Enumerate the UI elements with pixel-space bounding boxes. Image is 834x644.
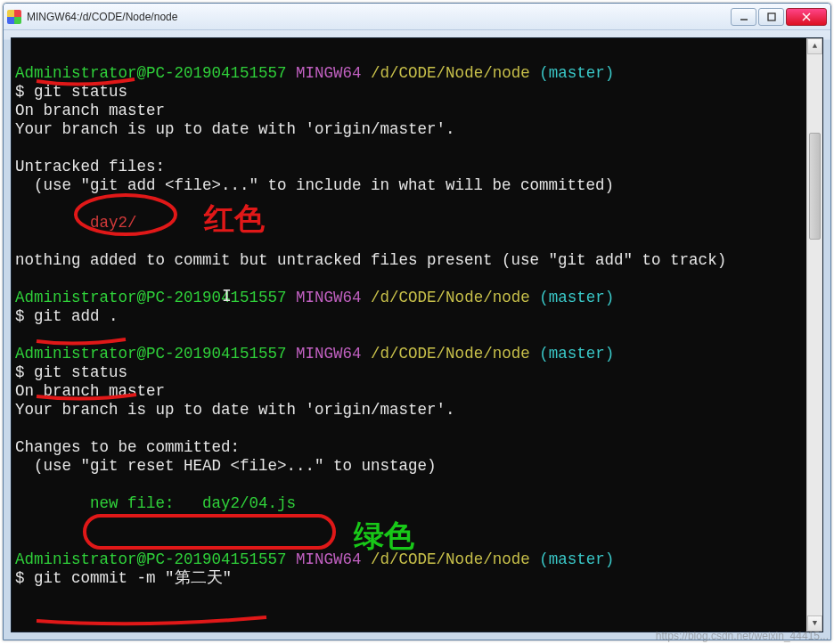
terminal-output[interactable]: Administrator@PC-201904151557 MINGW64 /d… <box>12 38 805 632</box>
prompt-path: /d/CODE/Node/node <box>371 550 530 568</box>
out-untracked-hdr: Untracked files: <box>15 158 165 175</box>
prompt-dollar: $ <box>15 307 25 325</box>
prompt-path: /d/CODE/Node/node <box>371 345 530 363</box>
cmd-git-status-2: git status <box>34 363 127 381</box>
text-cursor-icon: I <box>222 286 232 305</box>
terminal-area[interactable]: Administrator@PC-201904151557 MINGW64 /d… <box>11 37 823 632</box>
cmd-git-commit: git commit -m "第二天" <box>34 569 232 587</box>
prompt-branch: (master) <box>539 550 614 568</box>
prompt-shell: MINGW64 <box>296 289 362 306</box>
out-new-file: new file: day2/04.js <box>15 494 296 512</box>
prompt-userhost: Administrator@PC-201904151557 <box>15 64 287 82</box>
vertical-scrollbar[interactable]: ▲ ▼ <box>806 38 822 632</box>
prompt-shell: MINGW64 <box>296 64 362 82</box>
prompt-branch: (master) <box>539 345 614 363</box>
out-changes-hint: (use "git reset HEAD <file>..." to unsta… <box>15 457 437 475</box>
prompt-dollar: $ <box>15 363 25 381</box>
out-nothing: nothing added to commit but untracked fi… <box>15 251 726 269</box>
out-untracked-item: day2/ <box>15 214 137 232</box>
window-frame: MINGW64:/d/CODE/Node/node Administrator@… <box>3 3 831 640</box>
app-icon <box>7 10 21 24</box>
out-branch: On branch master <box>15 102 165 119</box>
prompt-path: /d/CODE/Node/node <box>371 64 530 82</box>
prompt-userhost: Administrator@PC-201904151557 <box>15 289 287 306</box>
svg-rect-1 <box>768 13 775 20</box>
out-branch: On branch master <box>15 382 165 400</box>
cmd-git-status-1: git status <box>34 83 127 101</box>
out-uptodate: Your branch is up to date with 'origin/m… <box>15 401 455 419</box>
cmd-git-add: git add . <box>34 307 119 325</box>
out-uptodate: Your branch is up to date with 'origin/m… <box>15 120 455 138</box>
prompt-userhost: Administrator@PC-201904151557 <box>15 345 287 363</box>
scroll-up-button[interactable]: ▲ <box>807 38 822 54</box>
close-icon <box>802 12 811 21</box>
maximize-icon <box>767 12 776 21</box>
window-title: MINGW64:/d/CODE/Node/node <box>27 11 729 23</box>
watermark-text: https://blog.csdn.net/weixin_44415... <box>656 630 829 642</box>
minimize-button[interactable] <box>731 8 756 26</box>
maximize-button[interactable] <box>758 8 784 26</box>
minimize-icon <box>740 12 748 21</box>
prompt-shell: MINGW64 <box>296 345 362 363</box>
prompt-dollar: $ <box>15 569 25 587</box>
scrollbar-track[interactable] <box>807 54 822 615</box>
titlebar[interactable]: MINGW64:/d/CODE/Node/node <box>4 4 830 30</box>
prompt-branch: (master) <box>539 289 614 306</box>
prompt-path: /d/CODE/Node/node <box>371 289 530 306</box>
scrollbar-thumb[interactable] <box>809 133 821 240</box>
prompt-userhost: Administrator@PC-201904151557 <box>15 550 287 568</box>
prompt-dollar: $ <box>15 83 25 101</box>
out-changes-hdr: Changes to be committed: <box>15 438 240 456</box>
close-button[interactable] <box>786 8 827 26</box>
prompt-shell: MINGW64 <box>296 550 362 568</box>
out-untracked-hint: (use "git add <file>..." to include in w… <box>15 176 614 194</box>
prompt-branch: (master) <box>539 64 614 82</box>
